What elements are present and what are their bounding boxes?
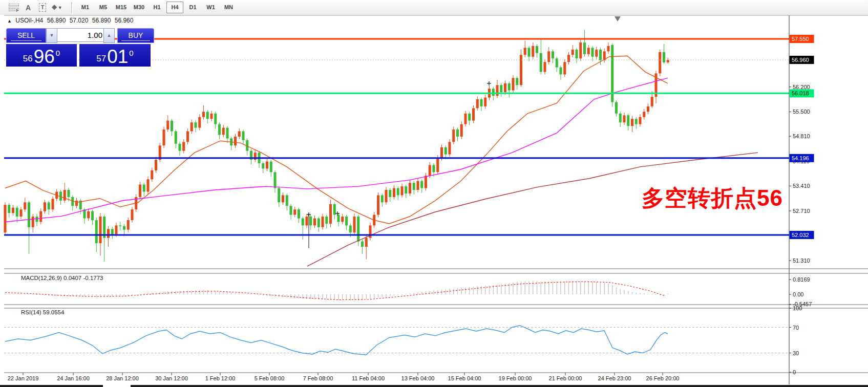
candle xyxy=(195,122,197,127)
macd-histogram-bar xyxy=(84,294,85,296)
sell-button[interactable]: SELL xyxy=(6,28,46,43)
candle xyxy=(91,211,94,220)
candle xyxy=(464,114,467,124)
buy-price-quote[interactable]: 57 01 0 xyxy=(79,44,151,67)
timeframe-button-w1[interactable]: W1 xyxy=(202,2,219,13)
macd-histogram-bar xyxy=(378,294,379,298)
volume-increase-button[interactable]: ▲ xyxy=(103,28,115,43)
candle xyxy=(266,161,268,168)
macd-histogram-bar xyxy=(398,294,399,295)
macd-histogram-bar xyxy=(374,294,375,298)
macd-histogram-bar xyxy=(481,286,482,294)
candle xyxy=(563,62,566,74)
candle xyxy=(139,185,141,197)
candle xyxy=(492,89,495,96)
candle xyxy=(504,83,506,92)
candle xyxy=(643,112,645,117)
sell-price-quote[interactable]: 56 96 0 xyxy=(6,44,77,67)
candle xyxy=(583,42,586,54)
candle xyxy=(449,142,451,154)
macd-histogram-bar xyxy=(509,283,510,294)
volume-decrease-button[interactable]: ▼ xyxy=(46,28,57,43)
candle xyxy=(524,48,526,55)
date-label: 21 Feb 00:00 xyxy=(549,375,582,381)
text-label-icon[interactable]: A xyxy=(23,2,34,13)
buy-price-point: 0 xyxy=(129,49,133,57)
macd-histogram-bar xyxy=(655,294,657,295)
candle xyxy=(436,158,439,173)
macd-histogram-bar xyxy=(17,294,18,294)
candle xyxy=(377,195,379,214)
candle xyxy=(667,60,669,62)
timeframe-button-mn[interactable]: MN xyxy=(220,2,237,13)
text-box-icon[interactable]: T xyxy=(37,2,48,13)
rsi-axis-label: 30 xyxy=(793,350,799,356)
macd-histogram-bar xyxy=(652,294,653,295)
ohlc-low: 56.890 xyxy=(92,17,111,24)
chart-annotation-text: 多空转折点56 xyxy=(642,183,783,213)
candle xyxy=(262,163,264,168)
candle xyxy=(595,50,598,57)
candle xyxy=(420,181,423,188)
candle xyxy=(123,226,125,230)
candle xyxy=(210,114,213,119)
macd-histogram-bar xyxy=(199,290,200,294)
macd-histogram-bar xyxy=(120,294,121,296)
price-tag-label: 57.550 xyxy=(792,36,809,42)
candle xyxy=(290,206,292,214)
chevron-down-icon: ▼ xyxy=(58,5,62,10)
price-tick-label: 51.310 xyxy=(793,257,810,264)
bottom-window-edge xyxy=(0,385,103,387)
macd-histogram-bar xyxy=(243,294,244,294)
candle xyxy=(214,114,217,124)
candle xyxy=(607,46,610,51)
macd-histogram-bar xyxy=(417,292,418,294)
sell-price-point: 0 xyxy=(56,49,60,57)
fibonacci-grid-icon[interactable]: F xyxy=(8,2,19,13)
candle xyxy=(12,208,14,213)
timeframe-button-h1[interactable]: H1 xyxy=(149,2,165,13)
date-label: 30 Jan 12:00 xyxy=(155,375,188,381)
candle xyxy=(99,217,102,243)
macd-histogram-bar xyxy=(664,294,665,295)
macd-histogram-bar xyxy=(259,294,260,295)
macd-histogram-bar xyxy=(20,294,22,294)
date-label: 22 Jan 2019 xyxy=(8,375,39,381)
macd-histogram-bar xyxy=(616,287,617,294)
candle xyxy=(480,99,483,106)
shapes-icon[interactable]: ❖ ▼ xyxy=(51,2,62,13)
timeframe-button-h4[interactable]: H4 xyxy=(166,2,183,13)
candle xyxy=(508,83,511,91)
timeframe-button-m30[interactable]: M30 xyxy=(131,2,147,13)
timeframe-button-m1[interactable]: M1 xyxy=(77,2,94,13)
candle xyxy=(218,124,221,135)
macd-histogram-bar xyxy=(521,282,522,294)
candle xyxy=(306,217,308,225)
macd-histogram-bar xyxy=(580,281,581,294)
macd-histogram-bar xyxy=(36,294,37,295)
macd-histogram-bar xyxy=(446,289,447,294)
candle xyxy=(131,209,134,220)
candle xyxy=(36,217,38,222)
candle xyxy=(381,195,384,202)
candle xyxy=(579,42,582,58)
candle xyxy=(444,147,447,155)
timeframe-button-m5[interactable]: M5 xyxy=(95,2,112,13)
candle xyxy=(433,165,435,172)
macd-histogram-bar xyxy=(612,285,613,294)
buy-button[interactable]: BUY xyxy=(117,28,154,43)
macd-histogram-bar xyxy=(100,294,101,297)
candle xyxy=(242,131,245,140)
macd-histogram-bar xyxy=(346,294,347,300)
macd-histogram-bar xyxy=(124,294,125,296)
timeframe-button-m15[interactable]: M15 xyxy=(113,2,130,13)
macd-histogram-bar xyxy=(33,294,34,295)
macd-histogram-bar xyxy=(544,282,545,294)
candle xyxy=(329,204,332,224)
candle xyxy=(155,160,157,170)
candle xyxy=(405,186,407,193)
macd-histogram-bar xyxy=(624,290,625,294)
volume-input[interactable] xyxy=(57,28,105,42)
macd-histogram-bar xyxy=(473,287,474,294)
timeframe-button-d1[interactable]: D1 xyxy=(184,2,201,13)
